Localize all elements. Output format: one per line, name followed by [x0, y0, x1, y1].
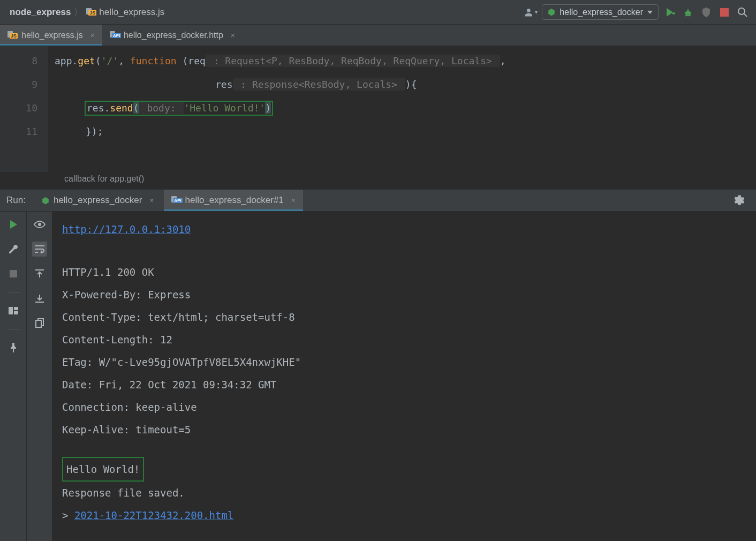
editor-tab-label: hello_express.js: [21, 31, 83, 40]
top-toolbar: node_express 〉 hello_express.js ▾ ⬢ hell…: [0, 0, 756, 25]
svg-rect-1: [720, 8, 729, 17]
run-tab-label: hello_express_docker#1: [185, 195, 284, 206]
search-button[interactable]: [736, 5, 750, 19]
run-tab-docker[interactable]: ⬢ hello_express_docker ×: [34, 190, 162, 211]
copy-icon[interactable]: [32, 315, 47, 330]
code-line[interactable]: app.get('/', function (req : Request<P, …: [55, 49, 506, 73]
chevron-down-icon: [647, 11, 653, 14]
editor-tab-docker-http[interactable]: hello_express_docker.http ×: [102, 25, 243, 46]
line-number: 8: [0, 49, 37, 73]
chevron-right-icon: 〉: [74, 6, 83, 18]
svg-rect-8: [36, 320, 41, 327]
console-saved-line: Response file saved.: [62, 482, 746, 504]
run-header-label: Run:: [6, 195, 26, 206]
console-header-line: X-Powered-By: Express: [62, 283, 746, 306]
response-file-link[interactable]: 2021-10-22T123432.200.html: [74, 509, 233, 521]
close-icon[interactable]: ×: [291, 196, 296, 205]
svg-point-2: [738, 8, 745, 14]
api-file-icon: [171, 197, 181, 204]
console-output[interactable]: http://127.0.0.1:3010 HTTP/1.1 200 OK X-…: [52, 212, 756, 541]
svg-rect-3: [10, 270, 17, 277]
console-header-line: Connection: keep-alive: [62, 396, 746, 418]
type-hint: : Request<P, ResBody, ReqBody, ReqQuery,…: [206, 55, 500, 67]
line-number: 9: [0, 73, 37, 96]
editor-content[interactable]: app.get('/', function (req : Request<P, …: [48, 46, 506, 172]
stop-button[interactable]: [717, 5, 731, 19]
settings-button[interactable]: [732, 193, 746, 207]
run-config-selector[interactable]: ⬢ hello_express_docker: [542, 4, 659, 20]
stop-disabled-button[interactable]: [6, 266, 21, 281]
breadcrumb-project[interactable]: node_express: [10, 7, 71, 18]
node-hexagon-icon: ⬢: [548, 7, 555, 17]
scroll-up-button[interactable]: [32, 266, 47, 281]
line-number: 11: [0, 120, 37, 144]
soft-wrap-button[interactable]: [32, 242, 47, 257]
response-body: Hello World!: [62, 457, 144, 482]
layout-button[interactable]: [6, 303, 21, 318]
run-tab-label: hello_express_docker: [54, 195, 142, 206]
editor-gutter: 8 9 10 11: [0, 46, 48, 172]
breadcrumb-file[interactable]: hello_express.js: [99, 7, 164, 18]
coverage-button[interactable]: [699, 5, 713, 19]
param-hint: body:: [139, 102, 184, 114]
api-file-icon: [110, 32, 119, 39]
run-sidebar-inner: [27, 212, 52, 541]
breadcrumb[interactable]: node_express 〉 hello_express.js: [10, 6, 164, 18]
svg-rect-6: [14, 311, 18, 314]
editor-tabs: hello_express.js × hello_express_docker.…: [0, 25, 756, 46]
run-tool-window-body: http://127.0.0.1:3010 HTTP/1.1 200 OK X-…: [0, 212, 756, 541]
run-tool-window-header: Run: ⬢ hello_express_docker × hello_expr…: [0, 189, 756, 212]
console-header-line: Keep-Alive: timeout=5: [62, 418, 746, 441]
code-line[interactable]: });: [55, 120, 506, 144]
svg-rect-5: [14, 307, 18, 310]
close-icon[interactable]: ×: [90, 31, 95, 40]
console-url-link[interactable]: http://127.0.0.1:3010: [62, 223, 191, 235]
run-config-label: hello_express_docker: [560, 7, 643, 17]
node-hexagon-icon: ⬢: [42, 196, 49, 206]
svg-point-7: [39, 223, 41, 226]
console-header-line: Date: Fri, 22 Oct 2021 09:34:32 GMT: [62, 373, 746, 396]
console-header-line: Content-Length: 12: [62, 328, 746, 351]
run-tab-docker-1[interactable]: hello_express_docker#1 ×: [164, 190, 303, 211]
run-sidebar-outer: [0, 212, 27, 541]
console-header-line: Content-Type: text/html; charset=utf-8: [62, 306, 746, 328]
run-button[interactable]: [663, 5, 677, 19]
js-file-icon: [7, 32, 17, 39]
js-file-icon: [86, 9, 96, 16]
code-line[interactable]: res : Response<ResBody, Locals> ){: [55, 73, 506, 96]
line-number: 10: [0, 96, 37, 120]
wrench-button[interactable]: [6, 242, 21, 257]
close-icon[interactable]: ×: [149, 196, 154, 205]
debug-button[interactable]: [681, 5, 695, 19]
pin-button[interactable]: [6, 340, 21, 355]
console-header-line: HTTP/1.1 200 OK: [62, 261, 746, 283]
editor-breadcrumb[interactable]: callback for app.get(): [0, 172, 756, 189]
editor-tab-label: hello_express_docker.http: [124, 31, 223, 40]
rerun-button[interactable]: [6, 217, 21, 232]
svg-rect-4: [9, 307, 13, 314]
console-header-line: ETag: W/"c-Lve95gjOVATpfV8EL5X4nxwjKHE": [62, 351, 746, 373]
code-line[interactable]: res.send( body: 'Hello World!'): [55, 96, 506, 120]
eye-icon[interactable]: [32, 217, 47, 232]
scroll-down-button[interactable]: [32, 291, 47, 306]
code-editor[interactable]: 8 9 10 11 app.get('/', function (req : R…: [0, 46, 756, 172]
type-hint: : Response<ResBody, Locals>: [233, 78, 405, 91]
user-icon[interactable]: ▾: [524, 5, 538, 19]
close-icon[interactable]: ×: [231, 31, 235, 40]
editor-tab-hello-express-js[interactable]: hello_express.js ×: [0, 25, 102, 46]
